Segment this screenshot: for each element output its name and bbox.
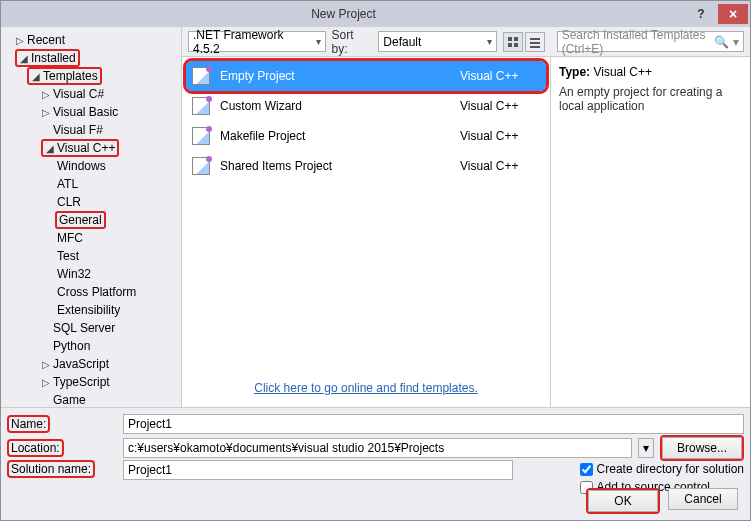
type-description: An empty project for creating a local ap… <box>559 85 742 113</box>
tree-game[interactable]: Game <box>1 391 181 407</box>
chevron-down-icon: ▾ <box>733 35 739 49</box>
tree-javascript[interactable]: ▷JavaScript <box>1 355 181 373</box>
view-medium-icon[interactable] <box>503 32 523 52</box>
svg-rect-3 <box>514 43 518 47</box>
search-icon: 🔍 <box>714 35 729 49</box>
online-templates-link[interactable]: Click here to go online and find templat… <box>186 375 546 401</box>
sort-label: Sort by: <box>332 28 373 56</box>
category-tree[interactable]: ▷Recent ◢Installed ◢Templates ▷Visual C#… <box>1 27 182 407</box>
tree-installed[interactable]: ◢Installed <box>1 49 181 67</box>
template-name: Custom Wizard <box>220 99 450 113</box>
cancel-button[interactable]: Cancel <box>668 488 738 510</box>
ok-button[interactable]: OK <box>588 490 658 512</box>
tree-vcpp[interactable]: ◢Visual C++ <box>1 139 181 157</box>
template-lang: Visual C++ <box>460 99 540 113</box>
tree-vcpp-atl[interactable]: ATL <box>1 175 181 193</box>
search-input[interactable]: Search Installed Templates (Ctrl+E) 🔍 ▾ <box>557 31 744 52</box>
chevron-down-icon: ▾ <box>487 36 492 47</box>
tree-templates[interactable]: ◢Templates <box>1 67 181 85</box>
tree-sqlserver[interactable]: SQL Server <box>1 319 181 337</box>
name-input[interactable] <box>123 414 744 434</box>
tree-recent[interactable]: ▷Recent <box>1 31 181 49</box>
tree-vcpp-extensibility[interactable]: Extensibility <box>1 301 181 319</box>
browse-button[interactable]: Browse... <box>662 437 742 459</box>
close-button[interactable]: × <box>718 4 748 24</box>
tree-vcsharp[interactable]: ▷Visual C# <box>1 85 181 103</box>
template-list: .NET Framework 4.5.2▾ Sort by: Default▾ … <box>182 27 750 407</box>
project-icon <box>192 127 210 145</box>
tree-vcpp-general[interactable]: General <box>1 211 181 229</box>
tree-vcpp-win32[interactable]: Win32 <box>1 265 181 283</box>
location-input[interactable] <box>123 438 632 458</box>
solution-name-input[interactable] <box>123 460 513 480</box>
svg-rect-5 <box>530 42 540 44</box>
template-shared-items[interactable]: Shared Items Project Visual C++ <box>186 151 546 181</box>
project-icon <box>192 97 210 115</box>
sort-combo[interactable]: Default▾ <box>378 31 496 52</box>
template-lang: Visual C++ <box>460 129 540 143</box>
tree-python[interactable]: Python <box>1 337 181 355</box>
name-label: Name: <box>7 415 50 433</box>
chevron-down-icon: ▾ <box>316 36 321 47</box>
tree-vcpp-clr[interactable]: CLR <box>1 193 181 211</box>
tree-vcpp-mfc[interactable]: MFC <box>1 229 181 247</box>
window-title: New Project <box>1 7 686 21</box>
template-makefile-project[interactable]: Makefile Project Visual C++ <box>186 121 546 151</box>
framework-combo[interactable]: .NET Framework 4.5.2▾ <box>188 31 326 52</box>
view-buttons <box>503 32 545 52</box>
tree-vbasic[interactable]: ▷Visual Basic <box>1 103 181 121</box>
titlebar: New Project ? × <box>1 1 750 27</box>
type-value: Visual C++ <box>593 65 651 79</box>
tree-vcpp-crossplatform[interactable]: Cross Platform <box>1 283 181 301</box>
tree-vcpp-test[interactable]: Test <box>1 247 181 265</box>
template-name: Makefile Project <box>220 129 450 143</box>
create-directory-checkbox[interactable]: Create directory for solution <box>578 460 744 478</box>
svg-rect-1 <box>514 37 518 41</box>
svg-rect-0 <box>508 37 512 41</box>
tree-vfsharp[interactable]: Visual F# <box>1 121 181 139</box>
svg-rect-6 <box>530 46 540 48</box>
template-lang: Visual C++ <box>460 69 540 83</box>
type-label: Type: <box>559 65 590 79</box>
solution-name-label: Solution name: <box>7 460 95 478</box>
template-empty-project[interactable]: Empty Project Visual C++ <box>186 61 546 91</box>
template-custom-wizard[interactable]: Custom Wizard Visual C++ <box>186 91 546 121</box>
template-name: Empty Project <box>220 69 450 83</box>
search-placeholder: Search Installed Templates (Ctrl+E) <box>562 28 714 56</box>
toolbar: .NET Framework 4.5.2▾ Sort by: Default▾ … <box>182 27 750 57</box>
help-button[interactable]: ? <box>686 4 716 24</box>
tree-vcpp-windows[interactable]: Windows <box>1 157 181 175</box>
description-panel: Type: Visual C++ An empty project for cr… <box>550 57 750 407</box>
template-name: Shared Items Project <box>220 159 450 173</box>
main-area: ▷Recent ◢Installed ◢Templates ▷Visual C#… <box>1 27 750 407</box>
form-area: Name: Location: ▾ Browse... Solution nam… <box>1 407 750 520</box>
template-lang: Visual C++ <box>460 159 540 173</box>
svg-rect-2 <box>508 43 512 47</box>
chevron-down-icon[interactable]: ▾ <box>638 438 654 458</box>
tree-typescript[interactable]: ▷TypeScript <box>1 373 181 391</box>
project-icon <box>192 157 210 175</box>
view-small-icon[interactable] <box>525 32 545 52</box>
project-icon <box>192 67 210 85</box>
svg-rect-4 <box>530 38 540 40</box>
location-label: Location: <box>7 439 64 457</box>
